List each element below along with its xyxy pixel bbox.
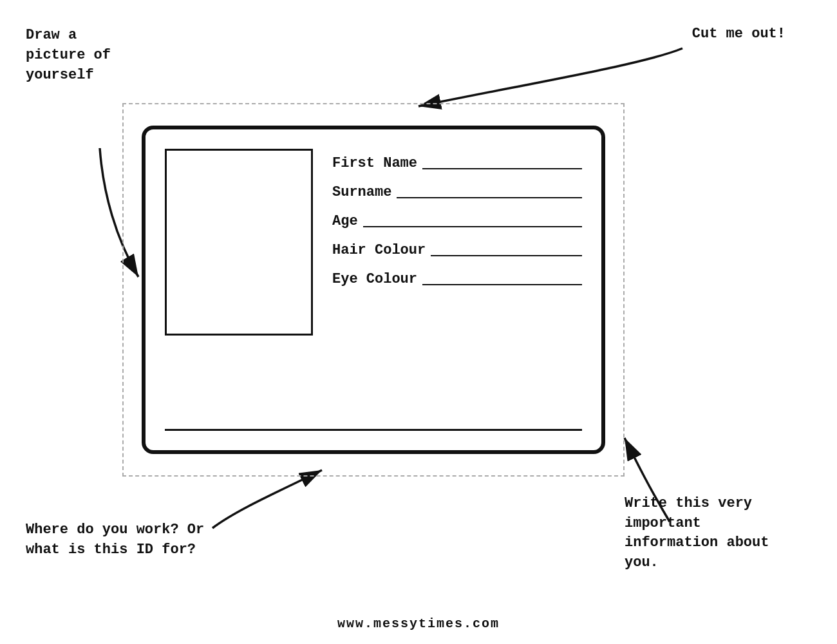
hair-colour-field-row: Hair Colour bbox=[332, 242, 582, 258]
first-name-label: First Name bbox=[332, 155, 417, 171]
surname-field-row: Surname bbox=[332, 184, 582, 200]
first-name-line bbox=[422, 168, 582, 169]
photo-box bbox=[165, 149, 313, 336]
website-footer: www.messytimes.com bbox=[337, 616, 500, 631]
surname-line bbox=[397, 197, 582, 198]
id-card-top: First Name Surname Age Hair Colour Eye C… bbox=[165, 149, 582, 416]
age-field-row: Age bbox=[332, 213, 582, 229]
card-bottom-line bbox=[165, 429, 582, 431]
id-card: First Name Surname Age Hair Colour Eye C… bbox=[142, 126, 605, 454]
fields-area: First Name Surname Age Hair Colour Eye C… bbox=[332, 149, 582, 416]
write-information-annotation: Write this very importantinformation abo… bbox=[625, 494, 805, 573]
eye-colour-label: Eye Colour bbox=[332, 271, 417, 287]
where-do-you-work-annotation: Where do you work? Orwhat is this ID for… bbox=[26, 520, 204, 560]
cut-me-out-annotation: Cut me out! bbox=[692, 26, 785, 42]
age-label: Age bbox=[332, 213, 358, 229]
eye-colour-line bbox=[422, 284, 582, 285]
first-name-field-row: First Name bbox=[332, 155, 582, 171]
age-line bbox=[363, 226, 582, 227]
draw-yourself-annotation: Draw apicture ofyourself bbox=[26, 26, 111, 85]
eye-colour-field-row: Eye Colour bbox=[332, 271, 582, 287]
surname-label: Surname bbox=[332, 184, 391, 200]
hair-colour-line bbox=[431, 255, 582, 256]
hair-colour-label: Hair Colour bbox=[332, 242, 426, 258]
